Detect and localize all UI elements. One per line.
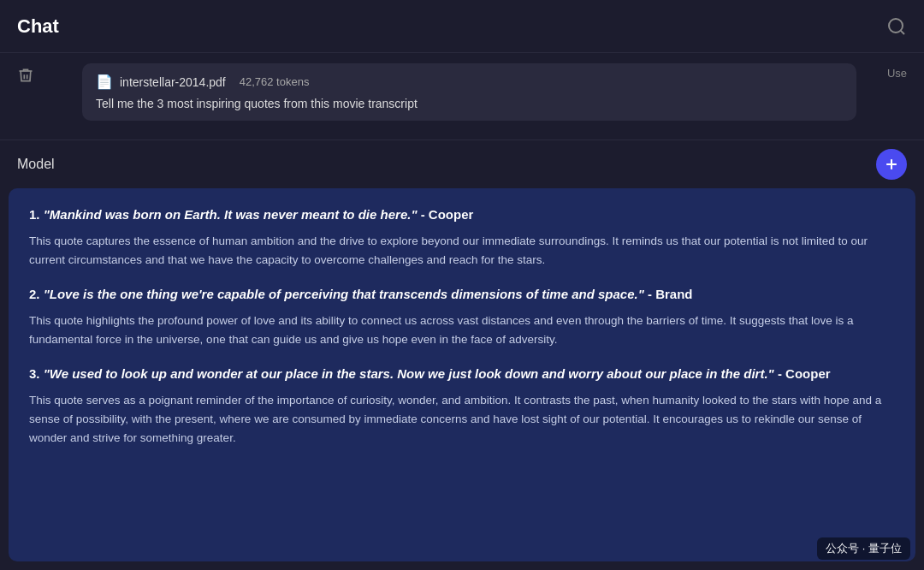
header: Chat — [0, 0, 924, 53]
user-label: Use — [887, 67, 907, 80]
quote-explanation-3: This quote serves as a poignant reminder… — [29, 391, 895, 448]
quote-item-3: 3. "We used to look up and wonder at our… — [29, 365, 895, 448]
file-name: interstellar-2014.pdf — [120, 75, 226, 89]
delete-icon[interactable] — [17, 67, 34, 84]
quote-header-1: 1. "Mankind was born on Earth. It was ne… — [29, 205, 895, 225]
quote-header-2: 2. "Love is the one thing we're capable … — [29, 285, 895, 305]
file-icon: 📄 — [96, 74, 113, 90]
quote-item-1: 1. "Mankind was born on Earth. It was ne… — [29, 205, 895, 270]
quote-header-3: 3. "We used to look up and wonder at our… — [29, 365, 895, 384]
page-title: Chat — [17, 15, 59, 38]
message-bubble: 📄 interstellar-2014.pdf 42,762 tokens Te… — [82, 63, 856, 121]
app-container: Chat 📄 interstellar-2014.pdf 42,762 toke… — [0, 0, 924, 570]
plus-icon — [883, 156, 900, 173]
message-content: 📄 interstellar-2014.pdf 42,762 tokens Te… — [48, 63, 874, 129]
svg-line-1 — [901, 30, 904, 33]
quote-explanation-2: This quote highlights the profound power… — [29, 312, 895, 350]
svg-point-0 — [889, 19, 903, 33]
watermark: 公众号 · 量子位 — [817, 537, 910, 560]
user-prompt: Tell me the 3 most inspiring quotes from… — [96, 97, 843, 110]
model-label: Model — [17, 157, 55, 172]
token-count: 42,762 tokens — [240, 75, 310, 88]
user-message-area: 📄 interstellar-2014.pdf 42,762 tokens Te… — [0, 53, 924, 140]
options-icon[interactable] — [886, 16, 907, 37]
quote-explanation-1: This quote captures the essence of human… — [29, 232, 895, 270]
file-attachment: 📄 interstellar-2014.pdf 42,762 tokens — [96, 74, 843, 90]
response-card: 1. "Mankind was born on Earth. It was ne… — [9, 188, 915, 561]
model-section: Model — [0, 140, 924, 188]
quote-item-2: 2. "Love is the one thing we're capable … — [29, 285, 895, 349]
model-action-button[interactable] — [876, 149, 907, 180]
